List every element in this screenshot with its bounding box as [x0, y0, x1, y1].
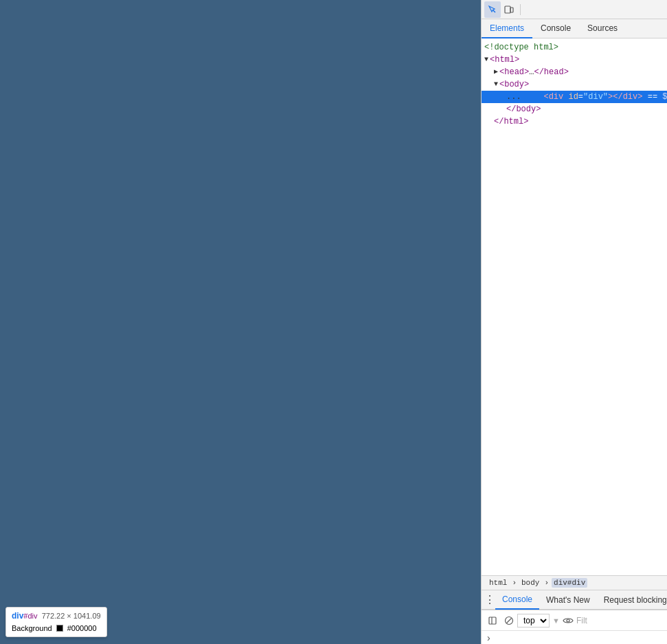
svg-line-6: [507, 618, 512, 623]
tab-request-blocking[interactable]: Request blocking: [597, 590, 667, 610]
svg-rect-3: [489, 617, 496, 624]
console-dropdown-arrow[interactable]: ▼: [552, 617, 560, 625]
bottom-toolbar-icon[interactable]: ⋮: [484, 592, 495, 608]
breadcrumb-div[interactable]: div#div: [552, 578, 587, 588]
tooltip-property-label: Background: [12, 623, 52, 634]
tab-sources[interactable]: Sources: [579, 19, 626, 38]
breadcrumb-html[interactable]: html: [487, 578, 509, 588]
tab-console-bottom[interactable]: Console: [495, 590, 539, 610]
svg-rect-1: [505, 6, 510, 13]
device-toggle-button[interactable]: [501, 1, 517, 18]
console-context-select[interactable]: top: [517, 614, 550, 628]
expand-body-arrow[interactable]: ▼: [494, 78, 498, 91]
tree-html-open[interactable]: ▼ <html>: [482, 54, 667, 66]
expand-html-arrow[interactable]: ▼: [484, 54, 488, 66]
tree-head[interactable]: ▶ <head> … </head>: [482, 66, 667, 78]
tooltip-color-value: #000000: [67, 623, 97, 634]
tab-elements[interactable]: Elements: [482, 19, 532, 38]
expand-console-row[interactable]: ›: [482, 630, 667, 644]
elements-tree: <!doctype html> ▼ <html> ▶ <head> … </he…: [482, 38, 667, 575]
devtools-breadcrumb: html › body › div#div: [482, 575, 667, 590]
breadcrumb-body[interactable]: body: [519, 578, 541, 588]
devtools-bottom-tabs: ⋮ Console What's New Request blocking: [482, 590, 667, 610]
filter-placeholder: Filt: [576, 616, 587, 625]
page-viewport: [0, 0, 481, 644]
devtools-main-tabs: Elements Console Sources: [482, 19, 667, 38]
svg-line-0: [493, 10, 496, 12]
toolbar-divider: [520, 4, 521, 15]
tab-console[interactable]: Console: [532, 19, 579, 38]
devtools-toolbar: [482, 0, 667, 19]
console-side-panel-button[interactable]: [484, 612, 501, 629]
tree-body-open[interactable]: ▼ <body>: [482, 78, 667, 91]
devtools-panel: Elements Console Sources <!doctype html>…: [481, 0, 667, 644]
tree-html-close: </html>: [482, 115, 667, 128]
clear-console-button[interactable]: [504, 615, 515, 626]
tooltip-color-swatch: [56, 625, 63, 632]
expand-head-arrow[interactable]: ▶: [494, 66, 498, 78]
inspect-element-button[interactable]: [484, 1, 501, 18]
devtools-console-input-row: top ▼ Filt: [482, 610, 667, 630]
tree-doctype: <!doctype html>: [482, 41, 667, 54]
tree-body-close: </body>: [482, 103, 667, 115]
element-tooltip: div#div 772.22 × 1041.09 Background #000…: [5, 607, 107, 637]
tree-div-selected[interactable]: ... < div id = "div" ></div> == $0: [482, 91, 667, 103]
tooltip-element-name: div#div 772.22 × 1041.09: [12, 610, 101, 621]
expand-arrow-icon: ›: [487, 632, 490, 643]
tab-whats-new[interactable]: What's New: [539, 590, 597, 610]
svg-rect-2: [510, 8, 513, 12]
console-eye-button[interactable]: [563, 617, 574, 625]
svg-point-7: [567, 619, 569, 622]
tooltip-background-row: Background #000000: [12, 623, 101, 634]
